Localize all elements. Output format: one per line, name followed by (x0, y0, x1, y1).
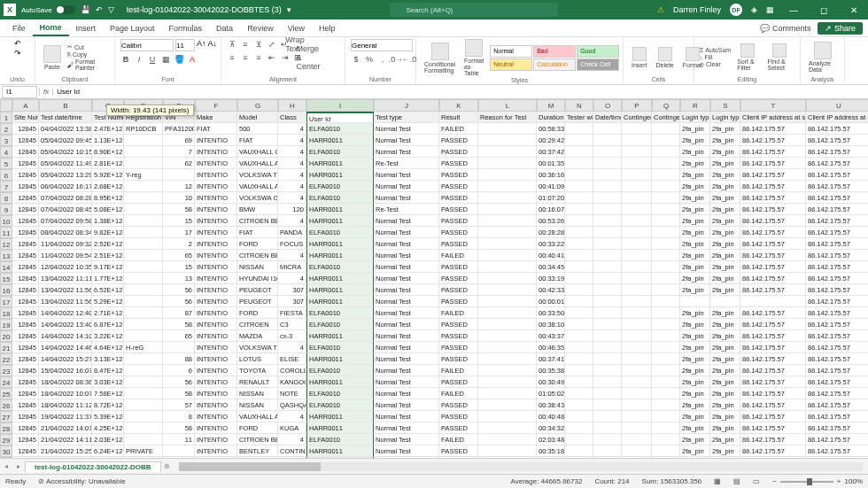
cell-M6[interactable]: 00:36:16 (537, 169, 565, 181)
header-cell[interactable]: Class (278, 112, 306, 123)
cell-I11[interactable]: ELFA0010 (306, 227, 374, 238)
cell-S8[interactable]: 2fa_pin (710, 192, 740, 204)
cell-B9[interactable]: 07/04/2022 08:45 (39, 204, 92, 215)
cell-P9[interactable] (622, 204, 652, 215)
cell-Q7[interactable] (652, 181, 680, 192)
cell-S14[interactable]: 2fa_pin (710, 261, 740, 273)
cell-B12[interactable]: 11/04/2022 09:32 (39, 238, 92, 250)
cell-N20[interactable] (565, 330, 593, 342)
cell-L26[interactable] (478, 399, 537, 411)
cell-M15[interactable]: 00:33:19 (537, 273, 565, 284)
cell-G7[interactable]: VAUXHALL ASTRA (237, 181, 278, 192)
cell-D10[interactable] (124, 215, 163, 227)
cell-D27[interactable] (124, 411, 163, 422)
cell-D22[interactable] (124, 353, 163, 365)
cell-K10[interactable]: PASSED (439, 215, 478, 227)
maximize-button[interactable]: ◻ (813, 0, 834, 19)
cell-E12[interactable]: 2 (163, 238, 195, 250)
indent-increase-icon[interactable]: ⇥ (280, 52, 291, 63)
cell-Q3[interactable] (652, 135, 680, 146)
tab-home[interactable]: Home (33, 19, 69, 36)
cell-J26[interactable]: Normal Test (374, 399, 439, 411)
cell-B14[interactable]: 12/04/2022 10:35 (39, 261, 92, 273)
cell-N22[interactable] (565, 353, 593, 365)
cell-F18[interactable]: INTENTIO (195, 307, 237, 319)
cell-I17[interactable]: HARR0011 (306, 296, 374, 307)
cell-T27[interactable]: 86.142.175.57 (740, 411, 806, 422)
cell-U7[interactable]: 86.142.175.57 (806, 181, 868, 192)
cell-G25[interactable]: NISSAN (237, 388, 278, 399)
cell-M27[interactable]: 00:40:48 (537, 411, 565, 422)
cell-C12[interactable]: 2.52E+12 (92, 238, 124, 250)
header-cell[interactable]: Login type (710, 112, 740, 123)
cell-E27[interactable]: 8 (163, 411, 195, 422)
format-as-table-button[interactable]: Format as Table (461, 39, 486, 76)
cell-K24[interactable]: PASSED (439, 376, 478, 388)
cell-U11[interactable]: 86.142.175.57 (806, 227, 868, 238)
cell-J30[interactable]: Normal Test (374, 445, 439, 457)
cell-F8[interactable]: INTENTIO (195, 192, 237, 204)
cell-Q17[interactable] (652, 296, 680, 307)
decrease-decimal-icon[interactable]: ←.0 (404, 54, 415, 65)
header-cell[interactable]: Test date/time (39, 112, 92, 123)
header-cell[interactable]: Result (439, 112, 478, 123)
cell-H16[interactable]: 307 (278, 284, 306, 296)
cell-I30[interactable]: HARR0011 (306, 445, 374, 457)
cell-T7[interactable]: 86.142.175.57 (740, 181, 806, 192)
cell-H31[interactable]: 4 (278, 457, 306, 458)
cell-N6[interactable] (565, 169, 593, 181)
cell-D19[interactable] (124, 319, 163, 330)
cell-U20[interactable]: 86.142.175.57 (806, 330, 868, 342)
cell-A21[interactable]: 12845 (12, 342, 39, 353)
font-name-input[interactable] (120, 39, 174, 51)
row-header-13[interactable]: 13 (0, 250, 12, 261)
cell-S21[interactable]: 2fa_pin (710, 342, 740, 353)
cell-C26[interactable]: 8.72E+12 (92, 399, 124, 411)
cell-K28[interactable]: PASSED (439, 422, 478, 434)
cell-T20[interactable]: 86.142.175.57 (740, 330, 806, 342)
align-top-icon[interactable]: ⊼ (227, 39, 237, 50)
cell-Q5[interactable] (652, 158, 680, 169)
cell-T8[interactable]: 86.142.175.57 (740, 192, 806, 204)
cell-U29[interactable]: 86.142.175.57 (806, 434, 868, 445)
row-header-10[interactable]: 10 (0, 215, 12, 227)
cell-H19[interactable]: C3 (278, 319, 306, 330)
cell-M23[interactable]: 00:35:38 (537, 365, 565, 376)
cell-M4[interactable]: 00:37:42 (537, 146, 565, 158)
cell-Q31[interactable] (652, 457, 680, 458)
cell-O5[interactable] (593, 158, 622, 169)
cell-S27[interactable]: 2fa_pin (710, 411, 740, 422)
cell-R18[interactable]: 2fa_pin (680, 307, 710, 319)
row-header-9[interactable]: 9 (0, 204, 12, 215)
cell-G23[interactable]: TOYOTA (237, 365, 278, 376)
cell-F13[interactable]: INTENTIO (195, 250, 237, 261)
col-header-T[interactable]: T (740, 99, 806, 112)
cell-G5[interactable]: VAUXHALL ASTRA (237, 158, 278, 169)
cell-L2[interactable] (478, 123, 537, 135)
row-header-6[interactable]: 6 (0, 169, 12, 181)
cell-S18[interactable]: 2fa_pin (710, 307, 740, 319)
cell-N9[interactable] (565, 204, 593, 215)
cell-B23[interactable]: 15/04/2022 16:07 (39, 365, 92, 376)
cell-Q19[interactable] (652, 319, 680, 330)
row-header-22[interactable]: 22 (0, 353, 12, 365)
user-avatar[interactable]: DF (730, 4, 742, 16)
number-format-select[interactable] (351, 39, 413, 51)
cell-U19[interactable]: 86.142.175.57 (806, 319, 868, 330)
cell-A17[interactable]: 12845 (12, 296, 39, 307)
cell-C24[interactable]: 3.03E+12 (92, 376, 124, 388)
cell-J24[interactable]: Normal Test (374, 376, 439, 388)
cell-I3[interactable]: HARR0011 (306, 135, 374, 146)
cell-E2[interactable]: PFA31200 (163, 123, 195, 135)
cell-N8[interactable] (565, 192, 593, 204)
diamond-icon[interactable]: ◈ (751, 5, 757, 14)
cell-U31[interactable]: 86.142.175.57 (806, 457, 868, 458)
cell-L14[interactable] (478, 261, 537, 273)
cell-L9[interactable] (478, 204, 537, 215)
cell-K9[interactable]: PASSED (439, 204, 478, 215)
cell-I10[interactable]: HARR0011 (306, 215, 374, 227)
cell-T4[interactable]: 86.142.175.57 (740, 146, 806, 158)
fill-button[interactable]: ↓ Fill (700, 54, 731, 60)
header-cell[interactable]: Contingency (652, 112, 680, 123)
new-sheet-button[interactable]: ⊕ (161, 462, 174, 470)
